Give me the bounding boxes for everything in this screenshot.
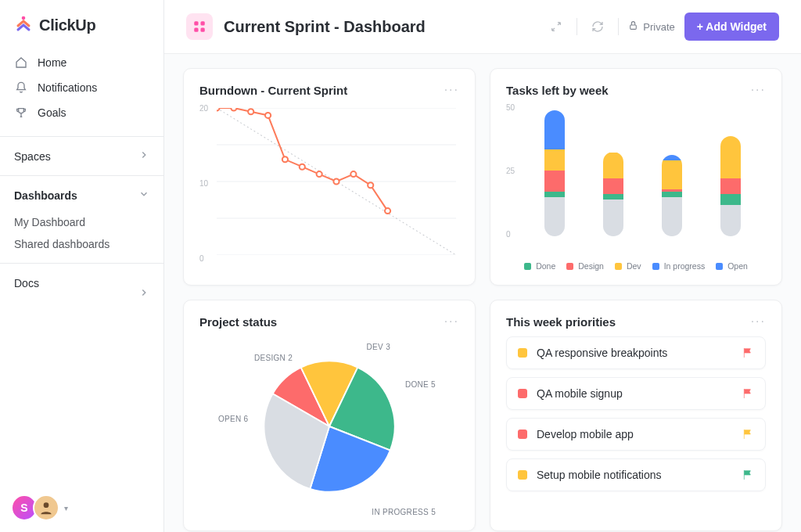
bar: [720, 136, 741, 236]
svg-point-13: [217, 108, 220, 111]
lock-icon: [628, 20, 638, 33]
svg-point-18: [300, 164, 305, 170]
priority-label: Setup mobile notifications: [537, 469, 732, 481]
topbar-left: Current Sprint - Dashboard: [186, 13, 426, 40]
priority-list: QA responsive breakpointsQA mobile signu…: [506, 336, 766, 491]
caret-down-icon: ▾: [64, 504, 68, 512]
card-tasks-left: Tasks left by week ··· 50 25 0 DoneDesig…: [490, 68, 782, 286]
bar: [544, 110, 565, 236]
nav-goals[interactable]: Goals: [0, 100, 163, 125]
card-more-icon[interactable]: ···: [751, 83, 766, 97]
section-docs-label: Docs: [14, 277, 39, 289]
refresh-icon[interactable]: [587, 16, 609, 38]
svg-rect-4: [194, 28, 198, 32]
legend-item: Design: [566, 261, 604, 271]
section-dashboards-label: Dashboards: [14, 189, 77, 202]
legend-item: Dev: [615, 261, 641, 271]
nav-notifications-label: Notifications: [38, 81, 97, 94]
page-title: Current Sprint - Dashboard: [224, 18, 426, 36]
svg-point-1: [44, 502, 49, 508]
pie-label-inprogress: IN PROGRESS 5: [372, 508, 436, 516]
trophy-icon: [14, 106, 28, 119]
card-project-status: Project status ··· DESIGN 2 DEV 3 DONE 5…: [183, 300, 476, 531]
priority-label: Develop mobile app: [537, 428, 732, 440]
bell-icon: [14, 81, 28, 94]
priority-item[interactable]: QA mobile signup: [506, 377, 766, 410]
section-spaces-label: Spaces: [14, 150, 51, 163]
status-dot: [518, 470, 527, 480]
svg-point-17: [282, 156, 288, 162]
home-icon: [14, 56, 28, 69]
legend-item: Open: [716, 261, 748, 271]
svg-rect-5: [201, 28, 205, 32]
pie-label-done: DONE 5: [405, 380, 436, 389]
svg-point-14: [231, 108, 236, 111]
pie-label-open: OPEN 6: [218, 415, 248, 423]
svg-point-19: [317, 171, 322, 177]
priority-item[interactable]: Setup mobile notifications: [506, 458, 766, 491]
svg-point-16: [265, 113, 271, 118]
card-title: This week priorities: [506, 315, 616, 329]
divider: [0, 136, 163, 137]
nav-home-label: Home: [38, 56, 66, 69]
chevron-right-icon: [138, 287, 149, 300]
avatar-switcher[interactable]: S ▾: [11, 494, 68, 521]
priority-item[interactable]: Develop mobile app: [506, 418, 766, 451]
priority-label: QA mobile signup: [537, 387, 732, 400]
flag-icon[interactable]: [742, 387, 754, 400]
svg-point-23: [385, 208, 390, 214]
flag-icon[interactable]: [742, 428, 754, 440]
section-dashboards[interactable]: Dashboards: [0, 179, 163, 211]
flag-icon[interactable]: [742, 469, 754, 481]
section-spaces[interactable]: Spaces: [0, 140, 163, 172]
priority-item[interactable]: QA responsive breakpoints: [506, 336, 766, 369]
chart-legend: DoneDesignDevIn progressOpen: [506, 261, 766, 271]
svg-rect-2: [194, 21, 198, 25]
divider: [577, 18, 577, 35]
logo-icon: [14, 14, 33, 36]
expand-icon[interactable]: [545, 16, 567, 38]
sidebar: ClickUp Home Notifications Goals Spaces …: [0, 0, 164, 532]
burndown-chart: 20 10 0: [199, 105, 459, 261]
chevron-down-icon: [138, 189, 149, 202]
status-dot: [518, 348, 527, 358]
nav-notifications[interactable]: Notifications: [0, 75, 163, 100]
main: Current Sprint - Dashboard Private + Add…: [164, 0, 801, 532]
legend-item: Done: [524, 261, 555, 271]
pie-label-design: DESIGN 2: [254, 354, 293, 362]
card-more-icon[interactable]: ···: [444, 83, 459, 97]
flag-icon[interactable]: [742, 347, 754, 359]
sidebar-item-my-dashboard[interactable]: My Dashboard: [0, 211, 163, 233]
topbar: Current Sprint - Dashboard Private + Add…: [164, 0, 801, 54]
bar: [662, 155, 682, 236]
primary-nav: Home Notifications Goals: [0, 47, 163, 133]
card-more-icon[interactable]: ···: [751, 315, 766, 329]
svg-point-22: [368, 182, 373, 188]
topbar-right: Private + Add Widget: [545, 13, 779, 41]
svg-point-0: [22, 16, 26, 20]
priority-label: QA responsive breakpoints: [537, 347, 732, 359]
add-widget-button[interactable]: + Add Widget: [684, 13, 779, 41]
dashboard-content: Burndown - Current Sprint ··· 20 10 0 Ta…: [164, 54, 801, 532]
svg-rect-3: [201, 21, 205, 25]
logo-area: ClickUp: [0, 0, 163, 47]
divider: [0, 263, 163, 264]
brand-name: ClickUp: [39, 16, 95, 34]
status-dot: [518, 389, 527, 398]
dashboard-icon: [186, 13, 213, 40]
section-docs[interactable]: Docs: [0, 267, 163, 299]
card-priorities: This week priorities ··· QA responsive b…: [490, 300, 782, 531]
svg-point-20: [333, 179, 339, 185]
sidebar-item-shared-dashboards[interactable]: Shared dashboards: [0, 233, 163, 255]
divider: [0, 175, 163, 176]
project-status-chart: DESIGN 2 DEV 3 DONE 5 OPEN 6 IN PROGRESS…: [199, 336, 459, 516]
divider: [618, 18, 619, 35]
legend-item: In progress: [652, 261, 706, 271]
pie-label-dev: DEV 3: [367, 343, 390, 351]
privacy-indicator[interactable]: Private: [628, 20, 674, 33]
svg-point-21: [350, 171, 356, 177]
user-avatar: [33, 494, 59, 521]
card-more-icon[interactable]: ···: [444, 315, 459, 329]
nav-home[interactable]: Home: [0, 50, 163, 75]
chevron-right-icon: [138, 149, 149, 163]
